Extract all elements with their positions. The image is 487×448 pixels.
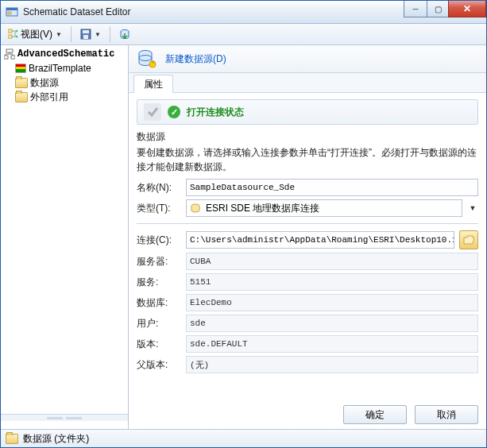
- value-user: sde: [186, 315, 478, 332]
- value-db: ElecDemo: [186, 294, 478, 311]
- schematic-icon: [4, 48, 15, 60]
- sde-icon: [190, 203, 201, 214]
- value-version: sde.DEFAULT: [186, 335, 478, 353]
- folder-icon: [15, 92, 28, 102]
- tree-item-label: 外部引用: [30, 91, 68, 104]
- svg-rect-3: [8, 29, 12, 33]
- window-controls: ─ ▢ ✕: [404, 1, 486, 17]
- input-conn[interactable]: C:\Users\administr\AppData\Roaming\ESRI\…: [186, 231, 454, 249]
- app-window: Schematic Dataset Editor ─ ▢ ✕ 视图(V) ▼ ▼…: [0, 0, 487, 448]
- folder-icon: [6, 434, 18, 444]
- svg-rect-4: [8, 35, 12, 38]
- success-icon: ✓: [168, 106, 180, 118]
- label-service: 服务:: [137, 276, 181, 289]
- tree-panel: AdvancedSchematic BrazilTemplate 数据源 外部引…: [1, 45, 129, 429]
- template-icon: [15, 63, 26, 74]
- label-user: 用户:: [137, 317, 181, 330]
- tree-item-external[interactable]: 外部引用: [1, 90, 128, 104]
- svg-rect-15: [16, 64, 25, 67]
- svg-rect-2: [8, 12, 11, 14]
- browse-button[interactable]: [459, 230, 478, 249]
- main-header: 新建数据源(D): [129, 45, 486, 73]
- form: 名称(N): SampleDatasource_Sde 类型(T): ESRI …: [137, 179, 478, 373]
- label-conn: 连接(C):: [137, 234, 181, 247]
- window-title: Schematic Dataset Editor: [23, 6, 404, 17]
- splitter-handle[interactable]: [1, 414, 128, 421]
- separator: [71, 26, 72, 42]
- svg-point-5: [16, 30, 18, 33]
- folder-icon: [15, 78, 28, 88]
- tab-label: 属性: [144, 78, 163, 91]
- svg-rect-8: [83, 30, 89, 33]
- new-datasource-link[interactable]: 新建数据源(D): [165, 52, 226, 66]
- separator: [110, 26, 110, 42]
- desc-header: 数据源: [137, 129, 478, 144]
- svg-rect-13: [11, 56, 15, 59]
- label-server: 服务器:: [137, 255, 181, 268]
- label-version: 版本:: [137, 338, 181, 351]
- row-db: 数据库: ElecDemo: [137, 294, 478, 311]
- save-icon: [80, 29, 91, 40]
- combo-type[interactable]: ESRI SDE 地理数据库连接: [186, 199, 462, 217]
- tab-properties[interactable]: 属性: [133, 75, 173, 93]
- properties-panel: ✓ 打开连接状态 数据源 要创建数据源，请选择或输入连接参数并单击“打开连接”。…: [129, 93, 486, 429]
- status-bar: 数据源 (文件夹): [1, 429, 486, 447]
- label-parent: 父版本:: [137, 358, 181, 372]
- svg-rect-1: [6, 8, 17, 10]
- app-icon: [6, 6, 18, 18]
- cancel-button[interactable]: 取消: [415, 405, 478, 424]
- view-menu-label: 视图(V): [21, 28, 52, 41]
- save-button[interactable]: ▼: [76, 25, 105, 44]
- datasource-icon: [137, 48, 157, 69]
- tab-bar: 属性: [129, 73, 486, 93]
- chevron-down-icon: ▼: [95, 31, 101, 38]
- row-name: 名称(N): SampleDatasource_Sde: [137, 179, 478, 196]
- svg-rect-12: [4, 56, 8, 59]
- desc-body: 要创建数据源，请选择或输入连接参数并单击“打开连接”。必须打开与数据源的连接才能…: [137, 147, 477, 172]
- tree-item-template[interactable]: BrazilTemplate: [1, 61, 128, 75]
- value-parent: (无): [186, 356, 478, 373]
- row-user: 用户: sde: [137, 315, 478, 332]
- connection-status: ✓ 打开连接状态: [137, 99, 478, 125]
- statusbar-text: 数据源 (文件夹): [23, 432, 89, 446]
- tree-view-icon: [8, 29, 19, 40]
- checkmark-bg: [144, 103, 161, 121]
- svg-rect-17: [16, 69, 25, 72]
- chevron-down-icon: ▼: [56, 31, 62, 38]
- description: 数据源 要创建数据源，请选择或输入连接参数并单击“打开连接”。必须打开与数据源的…: [137, 129, 478, 174]
- maximize-button[interactable]: ▢: [427, 1, 449, 17]
- row-version: 版本: sde.DEFAULT: [137, 335, 478, 353]
- row-parent: 父版本: (无): [137, 356, 478, 373]
- import-icon: [119, 29, 130, 40]
- value-server: CUBA: [186, 253, 478, 270]
- tree-item-datasource[interactable]: 数据源: [1, 75, 128, 90]
- svg-point-6: [16, 36, 18, 38]
- title-bar: Schematic Dataset Editor ─ ▢ ✕: [1, 1, 486, 24]
- tree-item-label: BrazilTemplate: [29, 63, 91, 74]
- row-server: 服务器: CUBA: [137, 253, 478, 270]
- svg-rect-9: [83, 35, 88, 39]
- label-name: 名称(N):: [137, 181, 181, 195]
- input-name[interactable]: SampleDatasource_Sde: [186, 179, 478, 196]
- view-menu[interactable]: 视图(V) ▼: [4, 25, 66, 44]
- chevron-down-icon[interactable]: ▼: [467, 204, 478, 212]
- status-text: 打开连接状态: [187, 106, 244, 119]
- tree-root-label: AdvancedSchematic: [17, 48, 114, 60]
- label-db: 数据库:: [137, 296, 181, 310]
- tree-root[interactable]: AdvancedSchematic: [1, 47, 128, 61]
- label-type: 类型(T):: [137, 202, 181, 215]
- folder-open-icon: [463, 235, 474, 245]
- main-panel: 新建数据源(D) 属性 ✓ 打开连接状态 数据源 要创建数据源，请选择或输入连接…: [129, 45, 486, 429]
- close-button[interactable]: ✕: [448, 1, 486, 17]
- import-button[interactable]: [115, 25, 134, 44]
- tree-item-label: 数据源: [30, 76, 59, 90]
- minimize-button[interactable]: ─: [404, 1, 427, 17]
- svg-rect-16: [16, 67, 25, 69]
- svg-rect-11: [6, 49, 13, 52]
- row-conn: 连接(C): C:\Users\administr\AppData\Roamin…: [137, 230, 478, 249]
- toolbar: 视图(V) ▼ ▼: [1, 24, 486, 45]
- ok-button[interactable]: 确定: [343, 405, 407, 424]
- row-service: 服务: 5151: [137, 273, 478, 291]
- button-row: 确定 取消: [137, 402, 478, 424]
- divider: [137, 223, 478, 224]
